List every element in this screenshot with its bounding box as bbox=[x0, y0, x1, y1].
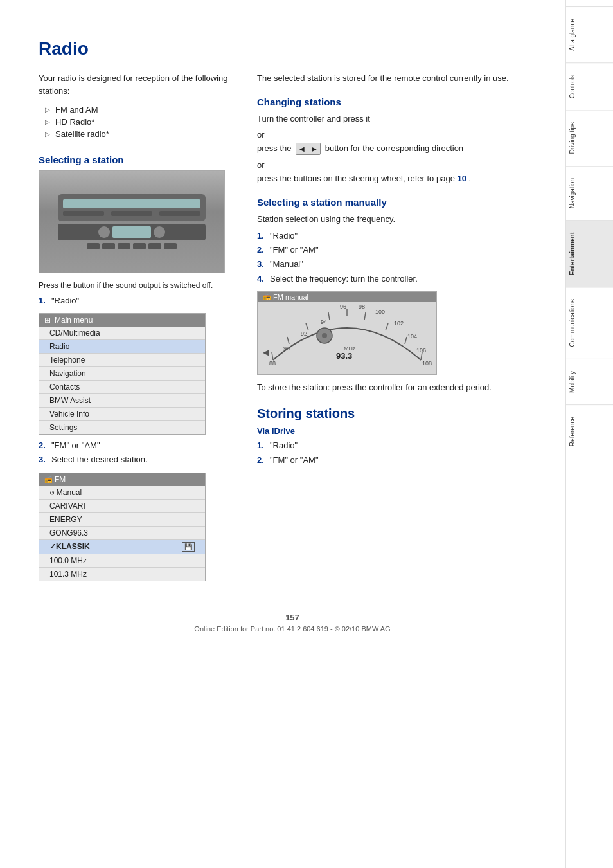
arrow-icon: ▷ bbox=[45, 118, 50, 125]
menu-item-vehicle[interactable]: Vehicle Info bbox=[39, 408, 205, 421]
arrow-left-btn[interactable]: ◀ bbox=[296, 143, 308, 154]
sidebar-item-communications[interactable]: Communications bbox=[566, 287, 613, 358]
menu-item-cd[interactable]: CD/Multimedia bbox=[39, 327, 205, 340]
step2-text: "FM" or "AM" bbox=[51, 440, 100, 451]
manual-steps: 1. "Radio" 2. "FM" or "AM" 3. "Manual" bbox=[257, 230, 546, 285]
menu-title-text: Main menu bbox=[55, 316, 93, 325]
bullet-fm-am: ▷ FM and AM bbox=[45, 105, 231, 114]
storing-step1: 1. "Radio" bbox=[257, 440, 546, 451]
menu-icon: ⊞ bbox=[44, 316, 51, 325]
sidebar-item-driving-tips[interactable]: Driving tips bbox=[566, 110, 613, 165]
station-item-carivari[interactable]: CARIVARI bbox=[39, 500, 205, 513]
menu-title: ⊞ Main menu bbox=[39, 314, 205, 327]
station-item-energy[interactable]: ENERGY bbox=[39, 513, 205, 527]
sidebar-item-at-a-glance[interactable]: At a glance bbox=[566, 6, 613, 62]
nav-arrows-inline: ◀ ▶ bbox=[296, 143, 321, 155]
main-menu-box: ⊞ Main menu CD/Multimedia Radio Telephon… bbox=[39, 313, 206, 435]
freq-sub-text: Station selection using the frequency. bbox=[257, 213, 546, 226]
station-item-gong[interactable]: GONG96.3 bbox=[39, 527, 205, 540]
bullet-hd-text: HD Radio* bbox=[55, 117, 94, 127]
station-item-manual[interactable]: ↺ Manual bbox=[39, 486, 205, 500]
station-title-text: FM bbox=[55, 475, 66, 484]
turn-controller-text: Turn the controller and press it bbox=[257, 113, 546, 125]
radio-image-inner bbox=[39, 171, 224, 273]
main-content: Radio Your radio is designed for recepti… bbox=[0, 0, 565, 868]
period: . bbox=[469, 174, 472, 183]
fm-manual-title: 📻 FM manual bbox=[258, 292, 436, 302]
step-2: 2. "FM" or "AM" bbox=[39, 440, 231, 451]
selecting-manually-heading: Selecting a station manually bbox=[257, 197, 546, 208]
svg-text:98: 98 bbox=[359, 303, 365, 310]
step3-text: Select the desired station. bbox=[51, 454, 148, 466]
storing-steps: 1. "Radio" 2. "FM" or "AM" bbox=[257, 440, 546, 466]
sidebar-item-mobility[interactable]: Mobility bbox=[566, 359, 613, 404]
step-1: 1. "Radio" bbox=[39, 295, 231, 307]
manual-step1: 1. "Radio" bbox=[257, 230, 546, 242]
press-text-part1: press the bbox=[257, 143, 291, 153]
menu-item-telephone[interactable]: Telephone bbox=[39, 354, 205, 367]
radio-image bbox=[39, 170, 225, 273]
station-title: 📻 FM bbox=[39, 473, 205, 486]
svg-text:92: 92 bbox=[301, 330, 307, 337]
bullet-list: ▷ FM and AM ▷ HD Radio* ▷ Satellite radi… bbox=[39, 105, 231, 139]
page-footer: 157 Online Edition for Part no. 01 41 2 … bbox=[39, 606, 546, 633]
station-item-101mhz[interactable]: 101.3 MHz bbox=[39, 568, 205, 581]
svg-text:102: 102 bbox=[394, 320, 404, 327]
sidebar-item-entertainment[interactable]: Entertainment bbox=[566, 220, 613, 287]
sidebar-item-controls[interactable]: Controls bbox=[566, 62, 613, 110]
storing-step2: 2. "FM" or "AM" bbox=[257, 455, 546, 466]
or-2: or bbox=[257, 160, 546, 170]
menu-item-contacts[interactable]: Contacts bbox=[39, 381, 205, 394]
changing-stations-heading: Changing stations bbox=[257, 96, 546, 107]
svg-line-0 bbox=[272, 352, 273, 360]
arrow-icon: ▷ bbox=[45, 131, 50, 138]
storing-stations-heading: Storing stations bbox=[257, 406, 546, 421]
arrow-right-btn[interactable]: ▶ bbox=[308, 143, 320, 154]
menu-item-settings[interactable]: Settings bbox=[39, 421, 205, 434]
two-column-layout: Your radio is designed for reception of … bbox=[39, 72, 546, 586]
manual-step4: 4. Select the frequency: turn the contro… bbox=[257, 273, 546, 285]
svg-text:106: 106 bbox=[416, 347, 426, 354]
step-3: 3. Select the desired station. bbox=[39, 454, 231, 466]
manual-step3: 3. "Manual" bbox=[257, 258, 546, 270]
stored-station-text: The selected station is stored for the r… bbox=[257, 72, 546, 85]
svg-text:108: 108 bbox=[422, 360, 432, 366]
steering-text: press the buttons on the steering wheel,… bbox=[257, 174, 455, 183]
bullet-satellite: ▷ Satellite radio* bbox=[45, 129, 231, 139]
col-right: The selected station is stored for the r… bbox=[251, 72, 546, 586]
svg-text:96: 96 bbox=[340, 303, 346, 310]
col-right-inner: The selected station is stored for the r… bbox=[251, 72, 546, 466]
storing-section: Storing stations Via iDrive 1. "Radio" 2… bbox=[257, 406, 546, 466]
menu-item-radio[interactable]: Radio bbox=[39, 340, 205, 354]
svg-text:90: 90 bbox=[283, 345, 290, 352]
station-icon: 📻 bbox=[44, 476, 52, 483]
fm-manual-box: 📻 FM manual bbox=[257, 291, 437, 375]
svg-text:104: 104 bbox=[407, 333, 417, 339]
station-item-klassik[interactable]: ✓ KLASSIK 💾 bbox=[39, 540, 205, 554]
col-left: Your radio is designed for reception of … bbox=[39, 72, 231, 586]
svg-line-6 bbox=[386, 323, 388, 330]
page-wrapper: Radio Your radio is designed for recepti… bbox=[0, 0, 613, 868]
store-station-text: To store the station: press the controll… bbox=[257, 381, 546, 394]
klassik-label: KLASSIK bbox=[56, 542, 90, 551]
bullet-hd: ▷ HD Radio* bbox=[45, 117, 231, 127]
intro-text: Your radio is designed for reception of … bbox=[39, 72, 231, 97]
sidebar-item-navigation[interactable]: Navigation bbox=[566, 166, 613, 220]
menu-item-bmw[interactable]: BMW Assist bbox=[39, 394, 205, 408]
press-text: Press the button if the sound output is … bbox=[39, 280, 231, 291]
page-number: 157 bbox=[39, 613, 546, 622]
steering-wheel-text: press the buttons on the steering wheel,… bbox=[257, 172, 546, 185]
menu-item-navigation[interactable]: Navigation bbox=[39, 367, 205, 381]
fm-manual-label: FM manual bbox=[273, 293, 308, 301]
svg-line-7 bbox=[405, 337, 407, 344]
arrow-icon: ▷ bbox=[45, 106, 50, 113]
sidebar-item-reference[interactable]: Reference bbox=[566, 404, 613, 458]
sidebar: At a glance Controls Driving tips Naviga… bbox=[565, 0, 613, 868]
svg-text:100: 100 bbox=[375, 309, 385, 315]
store-icon: 💾 bbox=[182, 542, 195, 552]
manual-step2: 2. "FM" or "AM" bbox=[257, 244, 546, 256]
station-item-100mhz[interactable]: 100.0 MHz bbox=[39, 554, 205, 568]
svg-text:88: 88 bbox=[269, 360, 276, 366]
page-ref[interactable]: 10 bbox=[458, 174, 466, 183]
footer-text: Online Edition for Part no. 01 41 2 604 … bbox=[194, 625, 390, 633]
